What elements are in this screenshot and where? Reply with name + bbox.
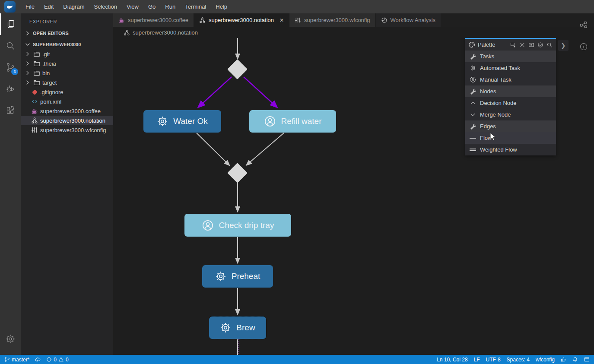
tree-item-label: .theia [42,60,56,67]
activity-settings[interactable] [0,328,21,350]
activity-explorer[interactable] [0,13,21,35]
tab-label: superbrewer3000.notation [209,17,274,23]
diagram-canvas[interactable]: Water Ok Refill water Check drip tray [113,38,594,355]
edge-decision-to-water-ok[interactable] [202,77,232,104]
palette-collapse-button[interactable]: ❯ [558,40,569,51]
tree-item-git[interactable]: .git [21,49,113,59]
sync-status[interactable] [35,357,41,362]
tab-workflow-analysis[interactable]: Workflow Analysis [376,13,442,27]
palette-item-weighted-flow[interactable]: Weighted Flow [465,144,556,155]
palette-item-manual-task[interactable]: Manual Task [465,74,556,85]
palette-item-flow[interactable]: Flow [465,132,556,144]
palette-group-nodes[interactable]: Nodes [465,85,556,97]
encoding-status[interactable]: UTF-8 [486,357,501,363]
tree-item-gitignore[interactable]: .gitignore [21,87,113,97]
menu-terminal[interactable]: Terminal [180,0,211,13]
chevron-down-icon [470,111,476,118]
tab-notation[interactable]: superbrewer3000.notation ✕ [194,13,289,27]
gear-icon [215,271,226,282]
tree-item-pom[interactable]: pom.xml [21,97,113,106]
extensions-icon [5,105,16,116]
task-node-label: Preheat [232,272,260,281]
palette-group-tasks[interactable]: Tasks [465,51,556,62]
tool-palette: Palette Tasks [465,38,556,155]
close-icon[interactable]: ✕ [280,17,284,23]
open-editors-section[interactable]: OPEN EDITORS [21,28,113,38]
wrench-icon [470,123,476,130]
workspace-root[interactable]: SUPERBREWER3000 [21,40,113,49]
person-icon [470,76,476,83]
person-icon [202,219,214,231]
gear-icon [220,322,231,333]
tab-label: superbrewer3000.wfconfig [304,17,370,23]
tree-item-theia[interactable]: .theia [21,59,113,68]
palette-item-label: Automated Task [480,65,520,71]
sliders-file-icon [295,17,301,23]
activity-extensions[interactable] [0,100,21,121]
notifications-status[interactable] [572,357,578,362]
task-node-label: Check drip tray [219,221,274,230]
menu-edit[interactable]: Edit [39,0,58,13]
task-node-check-drip-tray[interactable]: Check drip tray [184,214,291,237]
single-line-icon [470,138,476,139]
palette-item-label: Merge Node [480,111,511,118]
palette-item-automated-task[interactable]: Automated Task [465,62,556,74]
language-mode-status[interactable]: wfconfig [536,357,555,363]
menu-file[interactable]: File [21,0,39,13]
debug-icon [5,84,16,94]
palette-item-label: Nodes [480,88,496,95]
git-branch-status[interactable]: master* [4,357,29,363]
cursor-position-status[interactable]: Ln 10, Col 28 [437,357,467,363]
delete-tool-icon[interactable] [519,42,525,48]
eol-status[interactable]: LF [474,357,480,363]
xml-file-icon [31,98,38,105]
palette-item-decision-node[interactable]: Decision Node [465,97,556,109]
folder-icon [33,79,40,86]
task-node-water-ok[interactable]: Water Ok [143,110,221,133]
search-tool-icon[interactable] [546,42,553,48]
menu-run[interactable]: Run [160,0,180,13]
indentation-status[interactable]: Spaces: 4 [507,357,530,363]
palette-item-merge-node[interactable]: Merge Node [465,109,556,120]
selection-tool-icon[interactable] [510,42,516,48]
tree-item-label: .gitignore [40,89,63,95]
toggle-panel-status[interactable] [584,357,590,362]
activity-debug[interactable] [0,78,21,100]
validate-tool-icon[interactable] [537,42,543,48]
info-icon[interactable] [579,42,588,51]
edge-decision-to-refill[interactable] [244,77,273,104]
task-node-preheat[interactable]: Preheat [202,265,273,288]
menu-selection[interactable]: Selection [89,0,121,13]
menu-help[interactable]: Help [211,0,232,13]
tree-item-notation[interactable]: superbrewer3000.notation [21,116,113,125]
gear-icon [470,65,476,71]
wrench-icon [470,88,476,95]
notation-file-icon [199,17,206,23]
menu-go[interactable]: Go [143,0,160,13]
palette-item-label: Decision Node [480,100,517,106]
open-editors-label: OPEN EDITORS [33,31,69,36]
activity-source-control[interactable]: 3 [0,57,21,78]
activity-search[interactable] [0,35,21,57]
edge-water-ok-to-merge[interactable] [197,133,226,162]
edge-refill-to-merge[interactable] [250,133,284,162]
task-node-refill-water[interactable]: Refill water [249,110,336,133]
tab-wfconfig[interactable]: superbrewer3000.wfconfig [289,13,375,27]
feedback-status[interactable] [561,357,566,362]
menu-diagram[interactable]: Diagram [58,0,89,13]
menu-view[interactable]: View [122,0,143,13]
breadcrumb[interactable]: superbrewer3000.notation [113,27,594,38]
task-node-brew[interactable]: Brew [209,317,266,339]
palette-group-edges[interactable]: Edges [465,120,556,132]
diagram-tools-icon[interactable] [579,20,588,30]
tree-item-coffee[interactable]: superbrewer3000.coffee [21,106,113,116]
tree-item-target[interactable]: target [21,78,113,87]
person-icon [264,115,276,127]
tab-coffee[interactable]: superbrewer3000.coffee [113,13,194,27]
chevron-right-icon [24,60,31,67]
tree-item-bin[interactable]: bin [21,68,113,78]
problems-status[interactable]: 0 0 [46,357,68,363]
git-file-icon [31,90,38,94]
tree-item-wfconfig[interactable]: superbrewer3000.wfconfig [21,125,113,135]
fit-to-screen-icon[interactable] [528,42,534,48]
